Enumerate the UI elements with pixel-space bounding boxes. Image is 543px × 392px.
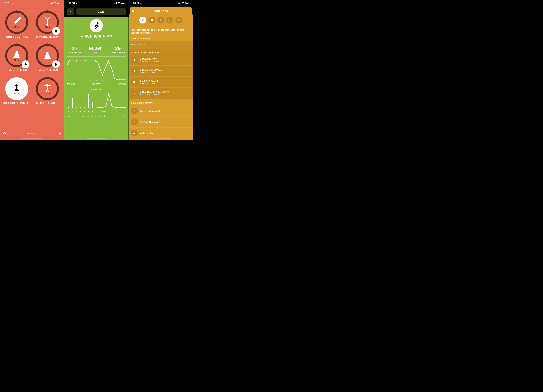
favorite-icon[interactable] [58, 131, 62, 136]
heart-icon: ♥ [6, 69, 8, 71]
play-button[interactable] [52, 27, 60, 35]
category-avoid[interactable] [175, 17, 182, 23]
chevron-right-icon: › [190, 109, 191, 113]
home-indicator[interactable] [22, 138, 42, 139]
category-time[interactable] [166, 17, 173, 23]
svg-point-31 [114, 78, 115, 79]
task-meditate-20[interactable]: ♥ MEDITATE 20:00 [32, 44, 63, 72]
water-icon [131, 68, 138, 74]
svg-point-24 [97, 22, 99, 24]
svg-point-56 [111, 104, 112, 106]
page-title: Add Task [136, 9, 185, 13]
svg-point-32 [119, 79, 120, 80]
archived-run[interactable]: ♥Run Hard Or 10km10.0km 30 May 2020 – 1 … [129, 88, 193, 98]
back-button[interactable]: ‹ [67, 8, 74, 15]
task-meditate-3[interactable]: 221★ ♥ MEDITATE 3:00 [1, 44, 32, 72]
home-indicator[interactable] [151, 138, 171, 139]
wifi-icon [182, 2, 184, 5]
preset-healthy-meal[interactable]: Eat a Healthy Meal › [129, 105, 193, 116]
archived-meditate[interactable]: ♥Meditate10:00 1 Jan 2020 – 1 Jan 2021 › [129, 55, 193, 66]
task-title-input[interactable] [131, 43, 191, 46]
signal-icon [50, 2, 52, 5]
stats-row: 27BEST STREAK 90.6%2021 29COMPLETIONS [64, 42, 129, 57]
runner-icon [131, 90, 138, 97]
svg-rect-60 [178, 3, 179, 4]
task-chess-puzzle[interactable]: 183★ DO A CHESS PUZZLE [1, 77, 32, 105]
svg-rect-0 [50, 3, 50, 4]
svg-rect-3 [52, 2, 52, 4]
preset-walk-dog[interactable]: Walk the Dog › [129, 127, 193, 138]
svg-rect-45 [68, 107, 69, 108]
chevron-right-icon: › [190, 69, 191, 73]
svg-rect-61 [179, 3, 180, 4]
heart-icon: ♥ [140, 91, 141, 93]
svg-rect-6 [60, 3, 61, 3]
category-health[interactable] [148, 17, 155, 23]
task-pull-aparts[interactable]: 176★ 50 PULL APARTS [32, 77, 63, 105]
preset-homework[interactable]: Do Your Homework › [129, 116, 193, 127]
svg-rect-19 [116, 3, 116, 4]
svg-point-26 [76, 60, 77, 62]
home-indicator[interactable] [86, 138, 107, 139]
svg-rect-1 [51, 3, 51, 4]
category-filters[interactable]: ★ ▭ ✎ ≡ ▣ 🏃︎ 🚶︎ [82, 115, 111, 118]
task-header: ♥ RUN FAR 10.0KM [64, 17, 129, 42]
svg-rect-63 [181, 2, 181, 4]
svg-point-53 [101, 107, 102, 108]
play-button[interactable] [22, 60, 29, 68]
book-icon[interactable]: ▭ [86, 115, 89, 118]
chevron-right-icon: › [190, 131, 191, 135]
svg-point-33 [125, 79, 126, 80]
battery-icon [121, 2, 125, 5]
close-icon[interactable]: ✖ [132, 9, 136, 13]
status-bar: 16:52➤ [129, 0, 193, 7]
runner-icon[interactable]: 🏃︎ [104, 115, 106, 118]
task-write-journal[interactable]: 587★ WRITE JOURNAL [1, 11, 32, 38]
close-icon[interactable]: ✖ [123, 115, 125, 118]
category-task[interactable] [139, 17, 146, 23]
svg-rect-2 [51, 3, 52, 4]
chevron-right-icon: › [190, 80, 191, 84]
meditate-icon [131, 57, 138, 63]
battery-icon [57, 2, 61, 5]
dog-icon [131, 130, 138, 136]
svg-rect-13 [15, 90, 19, 91]
camera-icon[interactable]: ▣ [99, 115, 102, 118]
svg-point-25 [68, 60, 70, 62]
walk-icon[interactable]: 🚶︎ [108, 115, 111, 118]
heart-icon: ♥ [81, 34, 83, 39]
task-avatar[interactable] [90, 19, 103, 32]
settings-icon[interactable] [3, 131, 6, 136]
task-mobilise[interactable]: 587★ ◎ MOBILISE 10:00 [32, 11, 63, 38]
svg-point-29 [102, 74, 103, 76]
category-food[interactable] [157, 17, 164, 23]
svg-point-54 [105, 106, 107, 107]
carrot-icon [131, 108, 138, 114]
svg-point-55 [108, 93, 109, 94]
pencil-icon [131, 119, 138, 125]
heart-icon: ♥ [140, 69, 141, 71]
svg-rect-51 [91, 102, 93, 108]
svg-point-59 [125, 107, 126, 108]
year-selector[interactable]: 2021 [76, 8, 126, 15]
share-icon[interactable]: ➦ [68, 115, 70, 118]
svg-point-52 [97, 107, 98, 108]
task-title-input-wrap[interactable] [129, 41, 193, 49]
svg-point-69 [134, 59, 135, 60]
chevron-right-icon: › [190, 58, 191, 62]
chart-icon[interactable]: ≡ [95, 115, 97, 118]
status-bar: 16:51 ➤ [0, 0, 64, 7]
play-button[interactable] [52, 60, 60, 68]
svg-point-27 [85, 60, 86, 62]
star-icon[interactable]: ★ [82, 115, 84, 118]
brush-icon[interactable]: ✎ [91, 115, 93, 118]
archived-water[interactable]: ♥Drink 1.5L of Water 7 Jul 2020 – 1 Jan … [129, 66, 193, 77]
svg-rect-66 [189, 3, 189, 3]
archived-chat[interactable]: Chat To A Friend 7 Jul 2020 – 1 Jan 2021… [129, 77, 193, 88]
chevron-right-icon: › [190, 120, 191, 124]
page-dots[interactable] [28, 133, 36, 134]
location-icon: ➤ [76, 2, 77, 4]
svg-point-28 [95, 60, 96, 62]
status-time: 16:51 [4, 2, 11, 5]
wifi-icon [53, 2, 56, 5]
